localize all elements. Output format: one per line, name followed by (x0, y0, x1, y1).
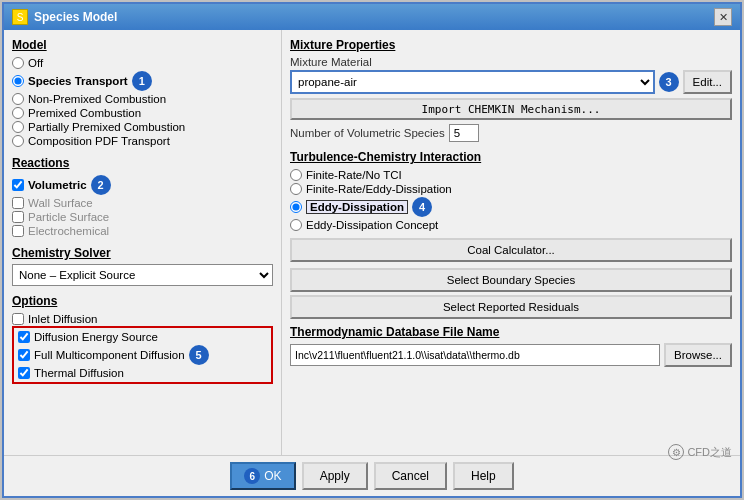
dialog-icon: S (12, 9, 28, 25)
particle-surface-checkbox[interactable] (12, 211, 24, 223)
reactions-title: Reactions (12, 156, 273, 170)
model-section: Model Off Species Transport 1 Non-Premix… (12, 38, 273, 148)
chemistry-solver-section: Chemistry Solver None – Explicit Source (12, 246, 273, 286)
inlet-diffusion-checkbox[interactable] (12, 313, 24, 325)
model-composition-pdf-radio[interactable] (12, 135, 24, 147)
mixture-props-section: Mixture Properties Mixture Material prop… (290, 38, 732, 142)
dialog-title: Species Model (34, 10, 117, 24)
reaction-electrochemical[interactable]: Electrochemical (12, 224, 273, 238)
mixture-material-row: propane-air 3 Edit... (290, 70, 732, 94)
browse-button[interactable]: Browse... (664, 343, 732, 367)
model-partially-premixed[interactable]: Partially Premixed Combustion (12, 120, 273, 134)
badge-2: 2 (91, 175, 111, 195)
model-section-title: Model (12, 38, 273, 52)
tc-eddy-dissipation-concept[interactable]: Eddy-Dissipation Concept (290, 218, 732, 232)
watermark-icon: ⚙ (668, 444, 684, 460)
badge-6: 6 (244, 468, 260, 484)
model-partially-premixed-radio[interactable] (12, 121, 24, 133)
chemistry-solver-title: Chemistry Solver (12, 246, 273, 260)
select-boundary-species-button[interactable]: Select Boundary Species (290, 268, 732, 292)
dialog-body: Model Off Species Transport 1 Non-Premix… (4, 30, 740, 455)
model-species-radio[interactable] (12, 75, 24, 87)
reaction-wall-surface[interactable]: Wall Surface (12, 196, 273, 210)
diffusion-energy-checkbox[interactable] (18, 331, 30, 343)
model-non-premixed[interactable]: Non-Premixed Combustion (12, 92, 273, 106)
model-composition-pdf[interactable]: Composition PDF Transport (12, 134, 273, 148)
species-model-dialog: S Species Model ✕ Model Off Species Tran… (2, 2, 742, 498)
title-bar: S Species Model ✕ (4, 4, 740, 30)
tc-finite-rate-eddy[interactable]: Finite-Rate/Eddy-Dissipation (290, 182, 732, 196)
edit-button[interactable]: Edit... (683, 70, 732, 94)
num-species-label: Number of Volumetric Species (290, 127, 445, 139)
chemkin-button[interactable]: Import CHEMKIN Mechanism... (290, 98, 732, 120)
tc-finite-rate-no-tci[interactable]: Finite-Rate/No TCI (290, 168, 732, 182)
reactions-section: Reactions Volumetric 2 Wall Surface Part… (12, 156, 273, 238)
thermo-path-input[interactable] (290, 344, 660, 366)
option-full-multicomponent[interactable]: Full Multicomponent Diffusion 5 (18, 344, 267, 366)
tc-eddy-concept-radio[interactable] (290, 219, 302, 231)
tc-section: Turbulence-Chemistry Interaction Finite-… (290, 150, 732, 232)
reaction-volumetric[interactable]: Volumetric 2 (12, 174, 273, 196)
wall-surface-checkbox[interactable] (12, 197, 24, 209)
chemistry-solver-dropdown[interactable]: None – Explicit Source (12, 264, 273, 286)
mixture-material-dropdown[interactable]: propane-air (290, 70, 655, 94)
model-non-premixed-radio[interactable] (12, 93, 24, 105)
close-button[interactable]: ✕ (714, 8, 732, 26)
badge-3: 3 (659, 72, 679, 92)
electrochemical-checkbox[interactable] (12, 225, 24, 237)
options-red-border-group: Diffusion Energy Source Full Multicompon… (12, 326, 273, 384)
right-panel: Mixture Properties Mixture Material prop… (282, 30, 740, 455)
thermal-diffusion-checkbox[interactable] (18, 367, 30, 379)
thermo-title: Thermodynamic Database File Name (290, 325, 732, 339)
watermark: ⚙ CFD之道 (668, 444, 732, 460)
model-premixed-radio[interactable] (12, 107, 24, 119)
badge-5: 5 (189, 345, 209, 365)
reaction-particle-surface[interactable]: Particle Surface (12, 210, 273, 224)
select-reported-residuals-button[interactable]: Select Reported Residuals (290, 295, 732, 319)
option-diffusion-energy[interactable]: Diffusion Energy Source (18, 330, 267, 344)
mixture-props-title: Mixture Properties (290, 38, 732, 52)
apply-button[interactable]: Apply (302, 462, 368, 490)
thermo-path-row: Browse... (290, 343, 732, 367)
num-species-value: 5 (449, 124, 479, 142)
tc-eddy-dissipation[interactable]: Eddy-Dissipation 4 (290, 196, 732, 218)
option-thermal-diffusion[interactable]: Thermal Diffusion (18, 366, 267, 380)
model-off-radio[interactable] (12, 57, 24, 69)
option-inlet-diffusion[interactable]: Inlet Diffusion (12, 312, 273, 326)
badge-1: 1 (132, 71, 152, 91)
help-button[interactable]: Help (453, 462, 514, 490)
tc-finite-no-tci-radio[interactable] (290, 169, 302, 181)
model-premixed[interactable]: Premixed Combustion (12, 106, 273, 120)
tc-eddy-dissipation-radio[interactable] (290, 201, 302, 213)
tc-title: Turbulence-Chemistry Interaction (290, 150, 732, 164)
num-species-row: Number of Volumetric Species 5 (290, 124, 732, 142)
ok-button[interactable]: 6 OK (230, 462, 295, 490)
dialog-footer: 6 OK Apply Cancel Help (4, 455, 740, 496)
left-panel: Model Off Species Transport 1 Non-Premix… (4, 30, 282, 455)
volumetric-checkbox[interactable] (12, 179, 24, 191)
cancel-button[interactable]: Cancel (374, 462, 447, 490)
badge-4: 4 (412, 197, 432, 217)
options-title: Options (12, 294, 273, 308)
full-multicomponent-checkbox[interactable] (18, 349, 30, 361)
model-off[interactable]: Off (12, 56, 273, 70)
coal-calculator-button[interactable]: Coal Calculator... (290, 238, 732, 262)
options-section: Options Inlet Diffusion Diffusion Energy… (12, 294, 273, 384)
model-species-transport[interactable]: Species Transport 1 (12, 70, 273, 92)
tc-finite-eddy-radio[interactable] (290, 183, 302, 195)
mixture-material-label: Mixture Material (290, 56, 732, 68)
thermo-section: Thermodynamic Database File Name Browse.… (290, 325, 732, 367)
